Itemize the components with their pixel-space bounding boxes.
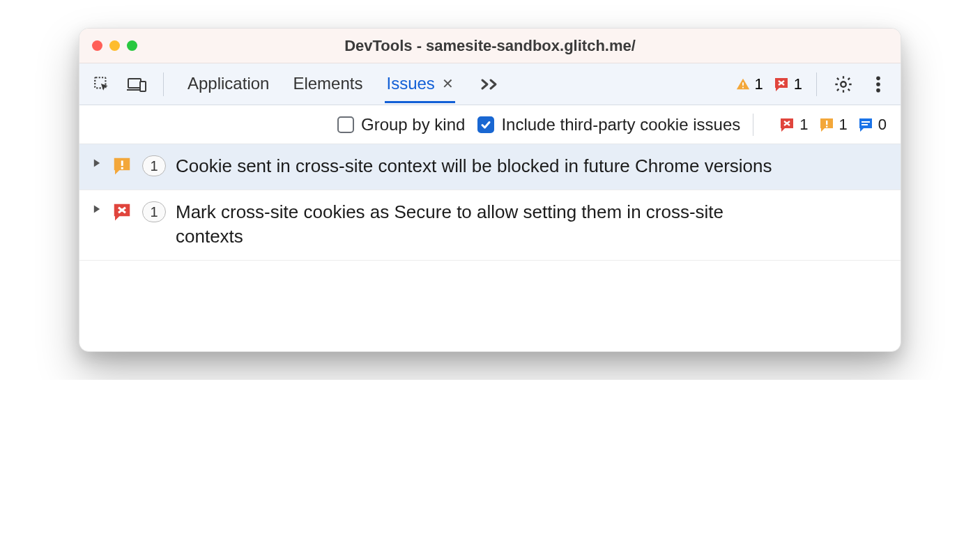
warning-speech-icon xyxy=(818,116,835,133)
issue-title: Cookie sent in cross-site context will b… xyxy=(176,154,772,178)
tab-issues[interactable]: Issues ✕ xyxy=(385,66,454,103)
issue-title: Mark cross-site cookies as Secure to all… xyxy=(176,200,775,249)
devtools-window: DevTools - samesite-sandbox.glitch.me/ A… xyxy=(79,28,901,352)
warning-speech-icon xyxy=(112,155,132,176)
svg-point-7 xyxy=(876,82,880,86)
svg-rect-1 xyxy=(128,79,141,88)
group-by-kind-checkbox[interactable]: Group by kind xyxy=(337,115,465,134)
counter-value: 1 xyxy=(839,116,848,134)
main-toolbar: Application Elements Issues ✕ xyxy=(79,63,901,105)
error-speech-icon xyxy=(773,76,790,93)
counter-value: 0 xyxy=(878,116,887,134)
severity-counters: 1 1 0 xyxy=(779,116,887,134)
issues-list: 1 Cookie sent in cross-site context will… xyxy=(79,144,901,261)
issue-row[interactable]: 1 Mark cross-site cookies as Secure to a… xyxy=(79,190,901,261)
titlebar: DevTools - samesite-sandbox.glitch.me/ xyxy=(79,29,901,63)
close-window-button[interactable] xyxy=(92,40,102,51)
warning-badge[interactable]: 1 xyxy=(735,75,763,93)
empty-area xyxy=(79,261,901,351)
toolbar-divider xyxy=(163,72,164,96)
filter-divider xyxy=(753,114,753,136)
error-badge[interactable]: 1 xyxy=(773,75,802,93)
tab-label: Issues xyxy=(386,74,434,93)
toolbar-right: 1 1 xyxy=(735,72,891,97)
svg-rect-14 xyxy=(121,167,123,169)
more-tabs-icon[interactable] xyxy=(480,77,500,91)
svg-point-6 xyxy=(876,76,880,80)
window-controls xyxy=(92,40,137,51)
checkbox-checked-icon xyxy=(477,116,494,133)
checkbox-unchecked-icon xyxy=(337,116,354,133)
svg-rect-12 xyxy=(862,124,868,125)
svg-point-8 xyxy=(876,88,880,92)
error-count: 1 xyxy=(794,75,802,93)
issue-count-badge: 1 xyxy=(142,201,166,222)
error-speech-icon xyxy=(112,201,132,222)
svg-rect-11 xyxy=(862,121,870,123)
svg-rect-9 xyxy=(826,121,827,125)
tab-elements[interactable]: Elements xyxy=(291,66,364,103)
info-counter[interactable]: 0 xyxy=(857,116,887,134)
include-third-party-checkbox[interactable]: Include third-party cookie issues xyxy=(477,115,740,134)
issues-filter-bar: Group by kind Include third-party cookie… xyxy=(79,105,901,144)
tab-application[interactable]: Application xyxy=(186,66,270,103)
svg-rect-13 xyxy=(121,161,123,167)
svg-rect-3 xyxy=(742,82,744,86)
warning-triangle-icon xyxy=(735,77,751,92)
panel-tabs: Application Elements Issues ✕ xyxy=(186,66,500,103)
info-speech-icon xyxy=(857,116,874,133)
disclosure-triangle-icon[interactable] xyxy=(92,158,102,168)
error-counter[interactable]: 1 xyxy=(779,116,808,134)
svg-rect-2 xyxy=(140,82,146,91)
counter-value: 1 xyxy=(799,116,808,134)
tab-label: Elements xyxy=(293,74,362,93)
minimize-window-button[interactable] xyxy=(109,40,120,51)
settings-gear-icon[interactable] xyxy=(831,72,856,97)
error-speech-icon xyxy=(779,116,795,133)
svg-rect-10 xyxy=(826,125,827,127)
toolbar-divider xyxy=(816,72,817,96)
device-toolbar-icon[interactable] xyxy=(124,72,149,97)
checkbox-label: Group by kind xyxy=(361,115,465,134)
checkbox-label: Include third-party cookie issues xyxy=(501,115,740,134)
issue-row[interactable]: 1 Cookie sent in cross-site context will… xyxy=(79,144,901,190)
disclosure-triangle-icon[interactable] xyxy=(92,204,102,214)
inspect-element-icon[interactable] xyxy=(89,72,114,97)
warning-counter[interactable]: 1 xyxy=(818,116,848,134)
zoom-window-button[interactable] xyxy=(127,40,137,51)
window-title: DevTools - samesite-sandbox.glitch.me/ xyxy=(79,37,901,55)
warning-count: 1 xyxy=(755,75,763,93)
svg-rect-4 xyxy=(742,86,744,88)
svg-point-5 xyxy=(841,82,845,86)
tab-label: Application xyxy=(187,74,269,93)
kebab-menu-icon[interactable] xyxy=(866,72,891,97)
issue-count-badge: 1 xyxy=(142,155,166,176)
close-tab-icon[interactable]: ✕ xyxy=(442,75,454,92)
